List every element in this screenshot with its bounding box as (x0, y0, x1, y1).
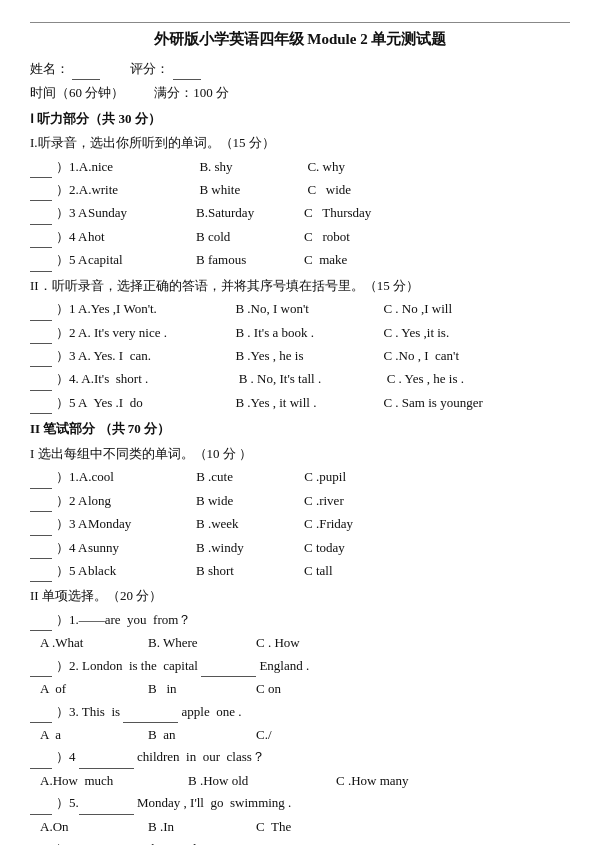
list-item: ）6 .It be windy in Beijing . A . will B … (30, 838, 570, 845)
list-item: ）3 A Sunday B.Saturday C Thursday (30, 202, 570, 224)
list-item: ）1 A .Yes ,I Won't. B .No, I won't C . N… (30, 298, 570, 320)
part2-sec2-items: ）1.——are you from？ A .What B. Where C . … (30, 609, 570, 845)
part1-sec1-header: I.听录音，选出你所听到的单词。（15 分） (30, 132, 570, 153)
list-item: ）4 A hot B cold C robot (30, 226, 570, 248)
part1-header: Ⅰ 听力部分（共 30 分） (30, 108, 570, 129)
list-item: ）5 A Yes .I do B .Yes , it will . C . Sa… (30, 392, 570, 414)
part1-sec1-items: ）1.A. nice B. shy C. why ）2.A. write B w… (30, 156, 570, 272)
list-item: ）2 A long B wide C .river (30, 490, 570, 512)
name-blank (72, 58, 100, 80)
part1-sec2-header: II．听听录音，选择正确的答语，并将其序号填在括号里。（15 分） (30, 275, 570, 296)
list-item: ）5 A capital B famous C make (30, 249, 570, 271)
name-label: 姓名： (30, 58, 100, 80)
list-item: ）5 A black B short C tall (30, 560, 570, 582)
list-item: ）1.——are you from？ A .What B. Where C . … (30, 609, 570, 654)
part2-sec2-header: II 单项选择。（20 分） (30, 585, 570, 606)
list-item: ）3 A . Yes. I can. B .Yes , he is C .No … (30, 345, 570, 367)
list-item: ）2. London is the capital England . A of… (30, 655, 570, 700)
part2-sec1-items: ）1.A .cool B .cute C .pupil ）2 A long B … (30, 466, 570, 582)
score-label: 评分： (130, 58, 200, 80)
list-item: ）3. This is apple one . A a B an C./ (30, 701, 570, 746)
info-line-1: 姓名： 评分： (30, 58, 570, 80)
list-item: ）4 A sunny B .windy C today (30, 537, 570, 559)
list-item: ）1.A .cool B .cute C .pupil (30, 466, 570, 488)
score-blank (173, 58, 201, 80)
part2-header: II 笔试部分 （共 70 分） (30, 418, 570, 439)
list-item: ）4. A .It's short . B . No, It's tall . … (30, 368, 570, 390)
page-title: 外研版小学英语四年级 Module 2 单元测试题 (30, 27, 570, 52)
list-item: ）2 A . It's very nice . B . It's a book … (30, 322, 570, 344)
list-item: ）3 A Monday B .week C .Friday (30, 513, 570, 535)
list-item: ）4 children in our class？ A.How much B .… (30, 746, 570, 791)
list-item: ）2.A. write B white C wide (30, 179, 570, 201)
info-line-2: 时间（60 分钟） 满分：100 分 (30, 82, 570, 103)
list-item: ）1.A. nice B. shy C. why (30, 156, 570, 178)
list-item: ）5. Monday , I'll go swimming . A.On B .… (30, 792, 570, 837)
part1-sec2-items: ）1 A .Yes ,I Won't. B .No, I won't C . N… (30, 298, 570, 414)
part2-sec1-header: I 选出每组中不同类的单词。（10 分 ） (30, 443, 570, 464)
